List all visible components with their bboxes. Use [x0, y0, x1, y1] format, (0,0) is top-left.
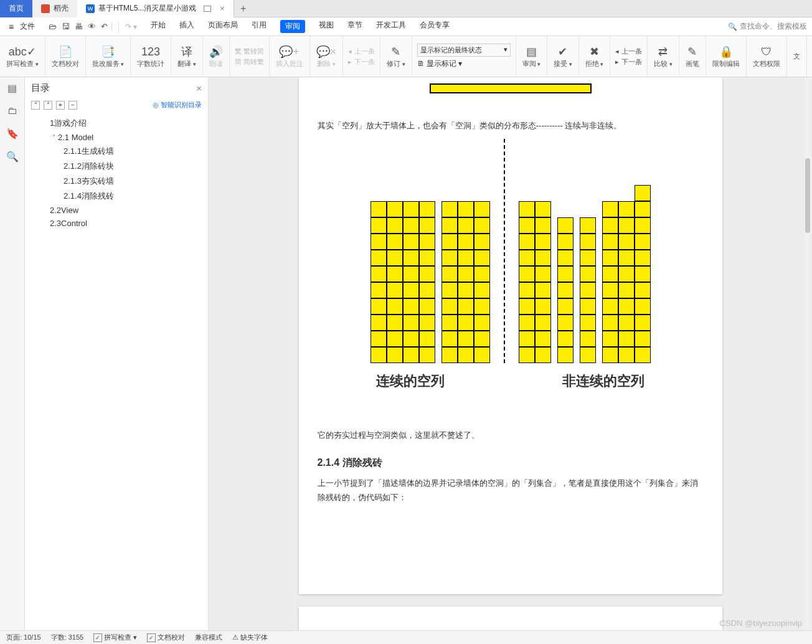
- comment-add-icon: 💬+: [279, 44, 300, 59]
- menu-start[interactable]: 开始: [151, 20, 166, 33]
- title-tab-bar: 首页 稻壳 W 基于HTML5...消灭星星小游戏 × +: [0, 0, 812, 17]
- outline-title: 目录: [31, 82, 50, 94]
- btn-review-pane[interactable]: ▤审阅: [516, 36, 548, 77]
- shield-icon: 🛡: [761, 44, 772, 59]
- grp-simplify: 繁 繁转简 简 简转繁: [230, 36, 270, 77]
- heading-2-1-4: 2.1.4 消除残砖: [318, 457, 704, 470]
- menu-chapter[interactable]: 章节: [347, 20, 362, 33]
- bookmark-tab-icon[interactable]: 🔖: [6, 128, 19, 140]
- outline-plus-icon[interactable]: +: [56, 101, 65, 110]
- status-proof[interactable]: 文档校对: [147, 633, 185, 642]
- save-icon[interactable]: 🖫: [62, 22, 70, 31]
- word-doc-icon: W: [86, 4, 95, 13]
- reject-icon: ✖: [590, 44, 599, 59]
- outline-expand-icon[interactable]: ˄: [44, 101, 52, 110]
- ai-icon: ◎: [153, 101, 159, 109]
- tab-new[interactable]: +: [234, 0, 252, 17]
- btn-to-simplified: 繁 繁转简: [235, 47, 264, 56]
- track-state-select[interactable]: 显示标记的最终状态▾: [417, 44, 511, 57]
- btn-more[interactable]: 文: [787, 36, 807, 77]
- search-icon: 🔍: [728, 22, 737, 31]
- caption-right: 非连续的空列: [562, 372, 644, 391]
- btn-insert-comment: 💬+插入批注: [270, 36, 310, 77]
- status-page[interactable]: 页面: 10/15: [6, 633, 41, 642]
- open-icon[interactable]: 🗁: [49, 22, 57, 31]
- btn-prev-change[interactable]: ◂ 上一条: [615, 47, 642, 56]
- btn-permissions[interactable]: 🛡文档权限: [747, 36, 787, 77]
- outline-item[interactable]: 2.1.2消除砖块: [25, 159, 208, 174]
- status-wordcount[interactable]: 字数: 3155: [51, 633, 84, 642]
- menu-layout[interactable]: 页面布局: [208, 20, 238, 33]
- grp-track-options: 显示标记的最终状态▾ 🗎 显示标记 ▾: [412, 36, 516, 77]
- btn-compare[interactable]: ⇄比较: [648, 36, 679, 77]
- outline-tree: 1游戏介绍 2.1 Model 2.1.1生成砖墙 2.1.2消除砖块 2.1.…: [25, 113, 208, 232]
- comment-del-icon: 💬×: [316, 44, 337, 59]
- menu-reference[interactable]: 引用: [252, 20, 267, 33]
- btn-reject[interactable]: ✖拒绝: [579, 36, 611, 77]
- abc-icon: abc✓: [9, 44, 36, 59]
- print-icon[interactable]: 🖶: [75, 22, 83, 31]
- translate-icon: 译: [181, 44, 192, 59]
- main-area: ▤ 🗀 🔖 🔍 目录 × ˅ ˄ + − ◎智能识别目录 1游戏介绍 2.1 M…: [0, 77, 812, 630]
- tab-document[interactable]: W 基于HTML5...消灭星星小游戏 ×: [77, 0, 234, 17]
- tab-daoke[interactable]: 稻壳: [32, 0, 77, 17]
- btn-batch[interactable]: 📑批改服务: [86, 36, 131, 77]
- btn-restrict[interactable]: 🔒限制编辑: [706, 36, 747, 77]
- btn-translate[interactable]: 译翻译: [171, 36, 203, 77]
- search-placeholder: 查找命令、搜索模板: [740, 21, 807, 32]
- track-icon: ✎: [391, 44, 400, 59]
- watermark: CSDN @biyezuopinvip: [720, 618, 802, 628]
- btn-wordcount[interactable]: 123字数统计: [131, 36, 171, 77]
- pane-icon: ▤: [526, 44, 537, 59]
- outline-item[interactable]: 2.2View: [25, 204, 208, 217]
- menu-devtools[interactable]: 开发工具: [376, 20, 406, 33]
- btn-track[interactable]: ✎修订: [380, 36, 412, 77]
- divider: [118, 21, 119, 32]
- menu-view[interactable]: 视图: [319, 20, 334, 33]
- outline-item[interactable]: 2.1.1生成砖墙: [25, 144, 208, 159]
- command-search[interactable]: 🔍 查找命令、搜索模板: [728, 21, 807, 32]
- menu-member[interactable]: 会员专享: [420, 20, 450, 33]
- window-icon[interactable]: [204, 6, 211, 12]
- btn-accept[interactable]: ✔接受: [547, 36, 579, 77]
- status-missing-font[interactable]: ⚠ 缺失字体: [232, 633, 268, 642]
- outline-item[interactable]: 2.3Control: [25, 217, 208, 230]
- status-compat[interactable]: 兼容模式: [195, 633, 222, 642]
- find-tab-icon[interactable]: 🔍: [6, 151, 19, 163]
- redo-icon[interactable]: ↷ ▾: [125, 22, 137, 31]
- outline-item[interactable]: 1游戏介绍: [25, 116, 208, 131]
- outline-minus-icon[interactable]: −: [68, 101, 77, 110]
- paragraph: 它的夯实过程与空洞类似，这里就不赘述了。: [318, 428, 704, 442]
- btn-next-change[interactable]: ▸ 下一条: [615, 57, 642, 67]
- btn-show-marks[interactable]: 🗎 显示标记 ▾: [417, 59, 511, 69]
- outline-close-icon[interactable]: ×: [196, 83, 202, 93]
- btn-proof[interactable]: 📄文档校对: [45, 36, 86, 77]
- outline-item[interactable]: 2.1 Model: [25, 131, 208, 144]
- smart-outline-button[interactable]: ◎智能识别目录: [153, 100, 202, 110]
- speaker-icon: 🔊: [209, 44, 223, 59]
- preview-icon[interactable]: 👁: [88, 22, 96, 31]
- vertical-scrollbar[interactable]: [805, 77, 811, 630]
- btn-delete-comment: 💬×删除: [310, 36, 344, 77]
- outline-collapse-icon[interactable]: ˅: [31, 101, 40, 110]
- menu-review[interactable]: 审阅: [280, 20, 305, 33]
- btn-spellcheck[interactable]: abc✓拼写检查: [0, 36, 45, 77]
- document-viewport[interactable]: 其实「空列」放大于墙体上，也会有「空洞」类似的分布形态---------- 连续…: [209, 77, 812, 630]
- outline-tab-icon[interactable]: ▤: [7, 82, 17, 94]
- pen-icon: ✎: [687, 44, 697, 59]
- scrollbar-thumb[interactable]: [805, 158, 810, 233]
- btn-pen[interactable]: ✎画笔: [679, 36, 706, 77]
- tab-home[interactable]: 首页: [0, 0, 32, 17]
- thumbnail-tab-icon[interactable]: 🗀: [7, 105, 17, 116]
- btn-to-traditional: 简 简转繁: [235, 57, 264, 67]
- undo-icon[interactable]: ↶: [101, 22, 108, 31]
- figure-columns: [318, 139, 704, 363]
- status-spellcheck[interactable]: 拼写检查 ▾: [93, 633, 137, 642]
- outline-item[interactable]: 2.1.4消除残砖: [25, 189, 208, 204]
- outline-item[interactable]: 2.1.3夯实砖墙: [25, 174, 208, 189]
- tab-close-icon[interactable]: ×: [220, 4, 225, 13]
- menu-bar: 文件 🗁 🖫 🖶 👁 ↶ ↷ ▾ 开始 插入 页面布局 引用 审阅 视图 章节 …: [0, 17, 812, 36]
- menu-insert[interactable]: 插入: [179, 20, 194, 33]
- batch-icon: 📑: [101, 44, 115, 59]
- file-menu[interactable]: 文件: [5, 20, 39, 33]
